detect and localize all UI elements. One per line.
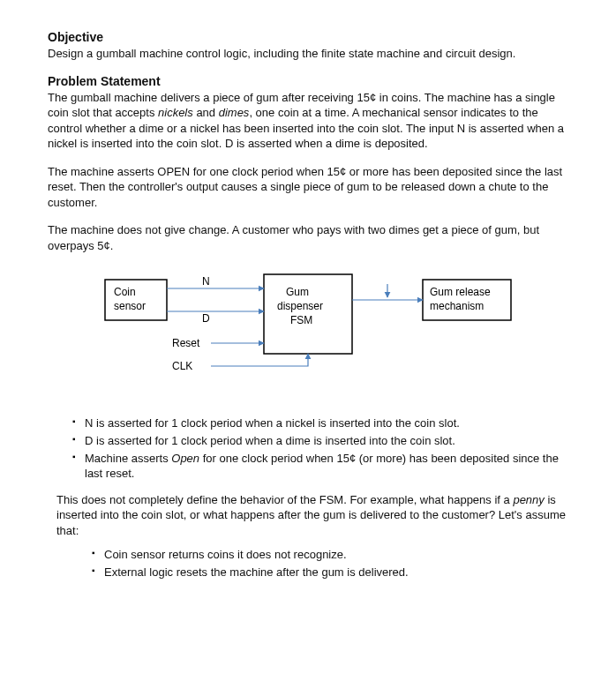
problem-statement-p1: The gumball machine delivers a piece of … <box>48 90 568 152</box>
signal-reset-label: Reset <box>172 337 200 349</box>
specification-list: N is asserted for 1 clock period when a … <box>48 415 568 481</box>
block-diagram-figure: Coin sensor Gum dispenser FSM Gum releas… <box>48 271 568 394</box>
fsm-label-1: Gum <box>286 286 309 298</box>
text-italic-dimes: dimes <box>219 106 250 119</box>
problem-statement-p2: The machine asserts OPEN for one clock p… <box>48 164 568 211</box>
text-fragment: and <box>193 106 219 119</box>
assumption-list: Coin sensor returns coins it does not re… <box>48 547 568 580</box>
fsm-label-3: FSM <box>290 314 312 326</box>
text-fragment: Machine asserts <box>85 452 171 465</box>
text-fragment: This does not completely define the beha… <box>56 493 513 506</box>
signal-d-label: D <box>202 312 210 325</box>
list-item: External logic resets the machine after … <box>92 565 568 580</box>
objective-heading: Objective <box>48 30 568 44</box>
fsm-block-diagram: Coin sensor Gum dispenser FSM Gum releas… <box>87 271 529 394</box>
text-italic-open: Open <box>171 452 199 465</box>
objective-body: Design a gumball machine control logic, … <box>48 46 568 62</box>
problem-statement-p3: The machine does not give change. A cust… <box>48 222 568 253</box>
fsm-label-2: dispenser <box>277 300 323 312</box>
gum-release-label-2: mechanism <box>430 300 484 312</box>
signal-clk-label: CLK <box>172 360 192 372</box>
text-italic-nickels: nickels <box>158 106 193 119</box>
coin-sensor-label-1: Coin <box>114 286 136 298</box>
list-item: N is asserted for 1 clock period when a … <box>72 415 568 431</box>
document-page: Objective Design a gumball machine contr… <box>0 0 616 681</box>
list-item: D is asserted for 1 clock period when a … <box>72 433 568 449</box>
coin-sensor-label-2: sensor <box>114 300 146 312</box>
problem-statement-heading: Problem Statement <box>48 74 568 88</box>
signal-clk-wire <box>211 354 308 366</box>
gum-release-label-1: Gum release <box>430 286 491 298</box>
list-item: Coin sensor returns coins it does not re… <box>92 547 568 563</box>
list-item: Machine asserts Open for one clock perio… <box>72 451 568 482</box>
text-italic-penny: penny <box>513 493 544 506</box>
behavior-intro: This does not completely define the beha… <box>56 492 568 539</box>
signal-n-label: N <box>202 275 210 288</box>
